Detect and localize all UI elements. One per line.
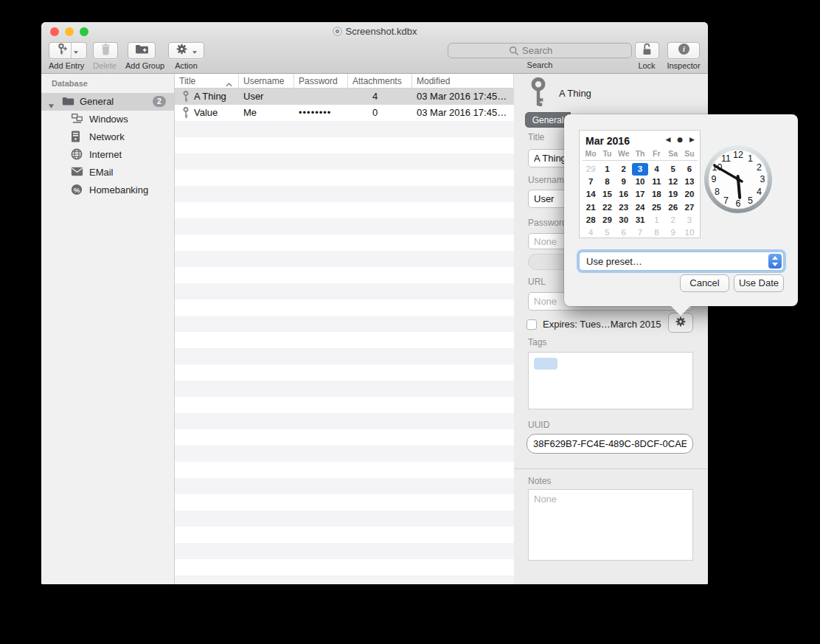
window-title: Screenshot.kdbx bbox=[41, 26, 708, 38]
calendar-day[interactable]: 24 bbox=[632, 201, 648, 214]
sidebar-item-internet[interactable]: Internet bbox=[41, 146, 174, 164]
lock-label: Lock bbox=[634, 61, 659, 70]
calendar-day[interactable]: 9 bbox=[664, 226, 681, 239]
column-header-password[interactable]: Password bbox=[294, 74, 348, 88]
calendar-day[interactable]: 19 bbox=[664, 188, 681, 201]
calendar-prev-button[interactable]: ◀ bbox=[666, 136, 671, 143]
calendar-day[interactable]: 4 bbox=[583, 226, 599, 239]
calendar-day[interactable]: 10 bbox=[681, 226, 698, 239]
calendar-day[interactable]: 16 bbox=[616, 188, 632, 201]
add-entry-button[interactable] bbox=[49, 42, 87, 59]
calendar-day[interactable]: 11 bbox=[648, 176, 664, 188]
analog-clock[interactable]: 123456789101112 bbox=[703, 145, 773, 214]
add-group-button[interactable] bbox=[128, 42, 156, 59]
preset-selected-value: Use preset… bbox=[586, 256, 642, 267]
calendar-day[interactable]: 26 bbox=[664, 201, 681, 214]
calendar-day[interactable]: 4 bbox=[648, 163, 664, 176]
sidebar-item-email[interactable]: EMail bbox=[41, 164, 174, 181]
calendar-day[interactable]: 23 bbox=[616, 201, 632, 214]
calendar-day[interactable]: 18 bbox=[648, 188, 664, 201]
entry-table: TitleUsernamePasswordAttachmentsModified… bbox=[175, 74, 514, 584]
calendar-next-button[interactable]: ▶ bbox=[689, 136, 695, 143]
calendar-today-button[interactable]: ● bbox=[677, 136, 683, 143]
desktop-background: Screenshot.kdbx Add Entry bbox=[0, 0, 820, 644]
calendar-day[interactable]: 1 bbox=[599, 163, 615, 176]
sidebar-item-general[interactable]: General 2 bbox=[41, 93, 174, 111]
calendar-day[interactable]: 15 bbox=[599, 188, 615, 201]
calendar-day[interactable]: 14 bbox=[583, 188, 599, 201]
calendar-day[interactable]: 12 bbox=[664, 176, 681, 188]
key-icon bbox=[527, 77, 549, 111]
calendar-day[interactable]: 27 bbox=[681, 201, 698, 214]
calendar-day[interactable]: 8 bbox=[599, 176, 615, 188]
calendar-day[interactable]: 20 bbox=[681, 188, 698, 201]
password-label: Password bbox=[528, 218, 567, 228]
calendar-day[interactable]: 6 bbox=[681, 163, 698, 176]
calendar-day[interactable]: 7 bbox=[632, 226, 648, 239]
calendar-day[interactable]: 22 bbox=[599, 201, 615, 214]
weekday-label: Tu bbox=[599, 149, 615, 158]
sidebar-item-label: Internet bbox=[89, 149, 122, 160]
sidebar-item-homebanking[interactable]: %Homebanking bbox=[41, 181, 174, 199]
calendar-day[interactable]: 8 bbox=[648, 226, 664, 239]
column-header-title[interactable]: Title bbox=[175, 74, 239, 88]
calendar-day[interactable]: 5 bbox=[599, 226, 615, 239]
calendar-day[interactable]: 10 bbox=[632, 176, 648, 188]
calendar-month-label: Mar 2016 bbox=[586, 135, 630, 147]
entry-count-badge: 2 bbox=[153, 96, 166, 107]
calendar-day[interactable]: 28 bbox=[583, 214, 599, 226]
expires-date-button[interactable] bbox=[668, 313, 693, 333]
preset-select[interactable]: Use preset… bbox=[579, 252, 784, 271]
weekday-label: Su bbox=[681, 149, 698, 158]
cell-modified: 03 Mar 2016 17:45… bbox=[417, 107, 507, 118]
action-button[interactable] bbox=[168, 42, 204, 59]
calendar-day[interactable]: 21 bbox=[583, 201, 599, 214]
delete-button[interactable] bbox=[93, 42, 118, 59]
lock-button[interactable] bbox=[635, 42, 659, 59]
sidebar-item-label: General bbox=[80, 96, 114, 107]
weekday-label: Mo bbox=[583, 149, 599, 158]
calendar-day[interactable]: 1 bbox=[648, 214, 664, 226]
column-header-modified[interactable]: Modified bbox=[412, 74, 514, 88]
tag-token[interactable] bbox=[534, 358, 557, 370]
server-icon bbox=[71, 131, 83, 143]
calendar-day[interactable]: 6 bbox=[616, 226, 632, 239]
calendar-day[interactable]: 31 bbox=[632, 214, 648, 226]
calendar-day[interactable]: 3 bbox=[681, 214, 698, 226]
sidebar-item-network[interactable]: Network bbox=[41, 128, 174, 146]
svg-text:9: 9 bbox=[712, 174, 717, 184]
search-field[interactable] bbox=[448, 43, 632, 58]
uuid-field[interactable] bbox=[527, 434, 693, 454]
url-label: URL bbox=[528, 277, 546, 287]
inspector-button[interactable]: i bbox=[667, 42, 700, 59]
titlebar[interactable]: Screenshot.kdbx bbox=[41, 22, 708, 41]
calendar-day[interactable]: 7 bbox=[583, 176, 599, 188]
calendar-day[interactable]: 5 bbox=[664, 163, 681, 176]
svg-text:i: i bbox=[683, 45, 685, 53]
entry-row[interactable]: A ThingUser403 Mar 2016 17:45… bbox=[175, 89, 514, 105]
search-input[interactable] bbox=[522, 44, 625, 58]
calendar-day[interactable]: 13 bbox=[681, 176, 698, 188]
entry-row[interactable]: ValueMe••••••••003 Mar 2016 17:45… bbox=[175, 105, 514, 121]
folder-plus-icon bbox=[135, 44, 149, 58]
calendar-day[interactable]: 9 bbox=[616, 176, 632, 188]
cancel-button[interactable]: Cancel bbox=[680, 274, 729, 292]
calendar-day-selected[interactable]: 3 bbox=[632, 163, 648, 176]
notes-field[interactable] bbox=[528, 489, 693, 561]
calendar-day[interactable]: 30 bbox=[616, 214, 632, 226]
calendar-day[interactable]: 2 bbox=[664, 214, 681, 226]
folder-icon bbox=[62, 96, 74, 109]
sidebar-item-windows[interactable]: Windows bbox=[41, 111, 174, 128]
column-header-username[interactable]: Username bbox=[239, 74, 294, 88]
calendar-day[interactable]: 29 bbox=[599, 214, 615, 226]
tags-box[interactable] bbox=[528, 352, 693, 409]
calendar-day[interactable]: 29 bbox=[583, 163, 599, 176]
calendar-day[interactable]: 25 bbox=[648, 201, 664, 214]
column-header-attachments[interactable]: Attachments bbox=[348, 74, 412, 88]
weekday-label: We bbox=[616, 149, 632, 158]
expires-checkbox[interactable] bbox=[527, 319, 537, 330]
svg-text:5: 5 bbox=[748, 195, 753, 206]
calendar-day[interactable]: 17 bbox=[632, 188, 648, 201]
use-date-button[interactable]: Use Date bbox=[734, 274, 784, 292]
calendar-day[interactable]: 2 bbox=[616, 163, 632, 176]
